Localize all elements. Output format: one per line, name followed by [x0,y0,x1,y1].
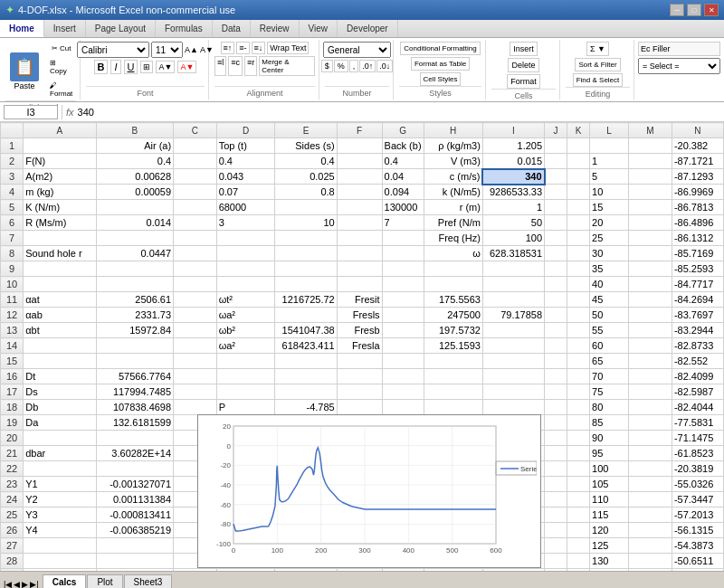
fill-color-btn[interactable]: A▼ [156,61,175,73]
cell-H8[interactable]: ω [424,246,482,261]
cell-L27[interactable]: 125 [590,538,629,554]
cell-K26[interactable] [567,523,589,538]
cell-J5[interactable] [545,200,567,215]
cell-A21[interactable]: dbar [24,446,96,461]
cell-I2[interactable]: 0.015 [482,154,544,169]
cell-J18[interactable] [545,400,567,415]
col-header-B[interactable]: B [96,123,174,138]
cell-I18[interactable] [482,400,544,415]
cell-G11[interactable] [382,292,424,308]
cell-K14[interactable] [567,338,589,354]
cell-C11[interactable] [174,292,217,308]
cell-G5[interactable]: 130000 [382,200,424,215]
row-header[interactable]: 15 [1,354,24,369]
cell-H10[interactable] [424,277,482,292]
col-header-C[interactable]: C [174,123,217,138]
cell-G15[interactable] [382,354,424,369]
col-header-I[interactable]: I [482,123,544,138]
cell-C15[interactable] [174,354,217,369]
format-as-table-btn[interactable]: Format as Table [411,57,470,71]
cell-L8[interactable]: 30 [590,246,629,261]
cell-L3[interactable]: 5 [590,169,629,185]
cell-B20[interactable] [96,431,174,446]
cell-A9[interactable] [24,261,96,277]
select-dropdown[interactable]: = Select = [638,58,720,74]
cell-B25[interactable]: -0.000813411 [96,507,174,523]
cell-J10[interactable] [545,277,567,292]
row-header[interactable]: 7 [1,231,24,246]
cell-I12[interactable]: 79.17858 [482,308,544,323]
cell-A26[interactable]: Y4 [24,523,96,538]
cell-C3[interactable] [174,169,217,185]
cell-E18[interactable]: -4.785 [275,400,337,415]
cell-F29[interactable] [337,569,382,572]
cell-I3[interactable]: 340 [482,169,544,185]
cell-J20[interactable] [545,431,567,446]
cell-A10[interactable] [24,277,96,292]
cell-A3[interactable]: A(m2) [24,169,96,185]
cell-F4[interactable] [337,185,382,200]
cell-B26[interactable]: -0.006385219 [96,523,174,538]
cell-K12[interactable] [567,308,589,323]
cell-B27[interactable] [96,538,174,554]
cell-G7[interactable] [382,231,424,246]
cell-M2[interactable] [629,154,672,169]
cell-I14[interactable] [482,338,544,354]
cell-L9[interactable]: 35 [590,261,629,277]
cell-J17[interactable] [545,384,567,400]
tab-formulas[interactable]: Formulas [156,20,213,37]
comma-btn[interactable]: , [349,60,359,72]
cell-B11[interactable]: 2506.61 [96,292,174,308]
cell-J3[interactable] [545,169,567,185]
cell-B5[interactable] [96,200,174,215]
tab-page-layout[interactable]: Page Layout [86,20,156,37]
cell-I15[interactable] [482,354,544,369]
cell-E3[interactable]: 0.025 [275,169,337,185]
format-cells-btn[interactable]: Format [507,74,540,89]
cell-H1[interactable]: ρ (kg/m3) [424,138,482,154]
cell-I17[interactable] [482,384,544,400]
cell-M19[interactable] [629,415,672,431]
cell-N12[interactable]: -83.7697 [672,308,723,323]
cell-M3[interactable] [629,169,672,185]
cell-N3[interactable]: -87.1293 [672,169,723,185]
cell-N11[interactable]: -84.2694 [672,292,723,308]
cell-B21[interactable]: 3.60282E+14 [96,446,174,461]
cell-K19[interactable] [567,415,589,431]
cell-M6[interactable] [629,215,672,231]
bold-btn[interactable]: B [94,60,109,74]
cell-N15[interactable]: -82.552 [672,354,723,369]
cell-L13[interactable]: 55 [590,323,629,338]
cell-D4[interactable]: 0.07 [216,185,275,200]
cell-K18[interactable] [567,400,589,415]
cell-B17[interactable]: 117994.7485 [96,384,174,400]
cell-A24[interactable]: Y2 [24,492,96,507]
row-header[interactable]: 22 [1,461,24,477]
cell-D3[interactable]: 0.043 [216,169,275,185]
cell-reference-box[interactable] [4,105,58,119]
cell-B10[interactable] [96,277,174,292]
cell-L26[interactable]: 120 [590,523,629,538]
cell-L29[interactable]: 135 [590,569,629,572]
cell-L25[interactable]: 115 [590,507,629,523]
cell-B7[interactable] [96,231,174,246]
cell-L17[interactable]: 75 [590,384,629,400]
cell-K23[interactable] [567,477,589,492]
cell-H6[interactable]: Pref (N/m [424,215,482,231]
cell-J29[interactable] [545,569,567,572]
font-color-btn[interactable]: A▼ [177,61,196,73]
row-header[interactable]: 9 [1,261,24,277]
col-header-M[interactable]: M [629,123,672,138]
cell-D9[interactable] [216,261,275,277]
row-header[interactable]: 23 [1,477,24,492]
cell-I10[interactable] [482,277,544,292]
cell-K25[interactable] [567,507,589,523]
cell-M24[interactable] [629,492,672,507]
cell-K7[interactable] [567,231,589,246]
underline-btn[interactable]: U [124,60,138,74]
row-header[interactable]: 3 [1,169,24,185]
cell-B8[interactable]: 0.0447 [96,246,174,261]
cell-C10[interactable] [174,277,217,292]
cell-M11[interactable] [629,292,672,308]
cell-J12[interactable] [545,308,567,323]
